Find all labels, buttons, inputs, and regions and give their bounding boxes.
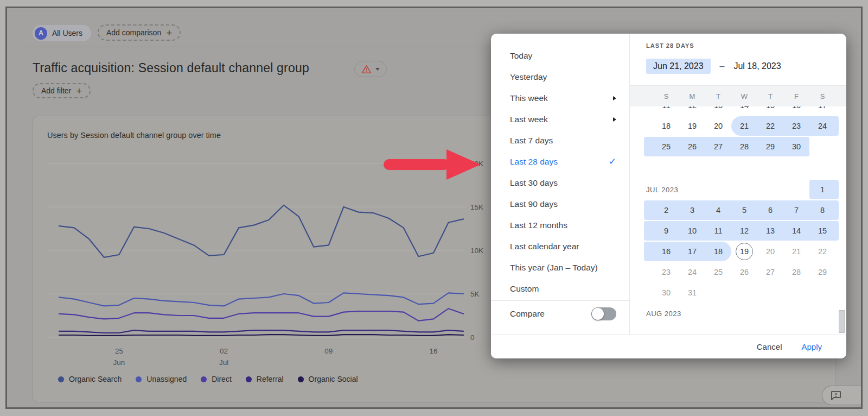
feedback-button[interactable] bbox=[822, 386, 861, 405]
audience-chip-all-users[interactable]: A All Users bbox=[33, 25, 91, 41]
legend-item: Direct bbox=[201, 375, 232, 383]
submenu-arrow-icon bbox=[613, 117, 616, 122]
calendar-day[interactable]: 24 bbox=[809, 116, 835, 136]
calendar-day[interactable]: 1 bbox=[809, 179, 835, 200]
chart-legend: Organic SearchUnassignedDirectReferralOr… bbox=[58, 375, 358, 383]
check-icon: ✓ bbox=[609, 156, 616, 167]
series-line-referral bbox=[59, 330, 463, 333]
calendar-day: 23 bbox=[653, 262, 679, 282]
apply-button[interactable]: Apply bbox=[801, 342, 822, 351]
cancel-button[interactable]: Cancel bbox=[757, 342, 782, 351]
calendar-day[interactable]: 4 bbox=[705, 200, 731, 220]
calendar-day[interactable]: 11 bbox=[653, 106, 679, 116]
calendar-day[interactable]: 13 bbox=[705, 106, 731, 116]
calendar-day[interactable]: 29 bbox=[757, 136, 783, 157]
menu-item-last-30-days[interactable]: Last 30 days bbox=[491, 172, 629, 193]
menu-item-label: Last 30 days bbox=[510, 178, 616, 188]
calendar-day[interactable]: 13 bbox=[757, 220, 783, 241]
clipped-week-row: 11121314151617 bbox=[630, 106, 846, 116]
end-date-input[interactable]: Jul 18, 2023 bbox=[733, 61, 781, 71]
compare-toggle[interactable] bbox=[591, 307, 616, 320]
calendar-day[interactable]: 18 bbox=[705, 241, 731, 262]
menu-item-label: Last 90 days bbox=[510, 199, 616, 209]
x-axis-label: 02 bbox=[220, 347, 228, 355]
calendar-day[interactable]: 16 bbox=[783, 106, 809, 116]
calendar-day[interactable]: 15 bbox=[757, 106, 783, 116]
annotation-arrow-icon bbox=[378, 147, 484, 181]
screenshot: A All Users Add comparison + Traffic acq… bbox=[0, 0, 868, 416]
calendar-day[interactable]: 27 bbox=[705, 136, 731, 157]
calendar-day[interactable]: 17 bbox=[679, 241, 705, 262]
today-ring: 19 bbox=[736, 243, 753, 260]
calendar-day[interactable]: 28 bbox=[731, 136, 757, 157]
calendar-day[interactable]: 8 bbox=[809, 200, 835, 220]
calendar-day[interactable]: 18 bbox=[653, 116, 679, 136]
calendar-day: 28 bbox=[783, 262, 809, 282]
menu-item-label: Custom bbox=[510, 284, 616, 294]
menu-item-yesterday[interactable]: Yesterday bbox=[491, 66, 629, 87]
data-quality-button[interactable] bbox=[354, 61, 387, 77]
menu-item-last-12-months[interactable]: Last 12 months bbox=[491, 215, 629, 236]
legend-label: Direct bbox=[212, 375, 232, 383]
menu-item-this-week[interactable]: This week bbox=[491, 87, 629, 109]
calendar-panel: LAST 28 DAYS Jun 21, 2023 – Jul 18, 2023… bbox=[630, 34, 846, 335]
month-label: AUG 2023 bbox=[646, 303, 681, 324]
add-comparison-button[interactable]: Add comparison + bbox=[98, 24, 181, 41]
calendar-day[interactable]: 30 bbox=[783, 136, 809, 157]
y-axis-label: 5K bbox=[470, 290, 480, 298]
menu-item-label: Today bbox=[510, 51, 616, 61]
calendar-day[interactable]: 3 bbox=[679, 200, 705, 220]
calendar-day: 31 bbox=[679, 282, 705, 303]
calendar-day[interactable]: 11 bbox=[705, 220, 731, 241]
menu-item-label: Last 28 days bbox=[510, 157, 609, 167]
menu-item-last-90-days[interactable]: Last 90 days bbox=[491, 193, 629, 215]
calendar-day[interactable]: 14 bbox=[731, 106, 757, 116]
submenu-arrow-icon bbox=[613, 96, 616, 100]
menu-item-label: This week bbox=[510, 93, 613, 103]
calendar-day[interactable]: 26 bbox=[679, 136, 705, 157]
calendar-day[interactable]: 19 bbox=[731, 241, 757, 262]
calendar-day[interactable]: 14 bbox=[783, 220, 809, 241]
weekday-label: T bbox=[757, 86, 783, 106]
menu-item-label: Last week bbox=[510, 115, 613, 124]
menu-item-today[interactable]: Today bbox=[491, 45, 629, 66]
calendar-day[interactable]: 2 bbox=[653, 200, 679, 220]
menu-item-label: Last 7 days bbox=[510, 136, 616, 146]
calendar-day[interactable]: 17 bbox=[809, 106, 835, 116]
plus-icon: + bbox=[166, 28, 172, 38]
calendar-day[interactable]: 6 bbox=[757, 200, 783, 220]
calendar-day[interactable]: 10 bbox=[679, 220, 705, 241]
calendar-day[interactable]: 21 bbox=[731, 116, 757, 136]
calendar-week-row: 16171819202122 bbox=[643, 241, 839, 262]
calendar-day[interactable]: 12 bbox=[679, 106, 705, 116]
calendar-day: 21 bbox=[783, 241, 809, 262]
menu-divider bbox=[491, 300, 629, 301]
calendar-day[interactable]: 20 bbox=[705, 116, 731, 136]
calendar-day[interactable]: 5 bbox=[731, 200, 757, 220]
calendar-day[interactable]: 22 bbox=[757, 116, 783, 136]
add-comparison-label: Add comparison bbox=[106, 28, 161, 37]
menu-item-custom[interactable]: Custom bbox=[491, 278, 629, 299]
menu-item-last-week[interactable]: Last week bbox=[491, 109, 629, 130]
calendar-day[interactable]: 16 bbox=[653, 241, 679, 262]
start-date-input[interactable]: Jun 21, 2023 bbox=[646, 59, 711, 74]
legend-label: Organic Social bbox=[309, 375, 358, 383]
calendar-day[interactable]: 25 bbox=[653, 136, 679, 157]
calendar-day[interactable]: 12 bbox=[731, 220, 757, 241]
calendar-day[interactable]: 19 bbox=[679, 116, 705, 136]
add-filter-button[interactable]: Add filter + bbox=[33, 83, 91, 98]
calendar-day: 26 bbox=[731, 262, 757, 282]
weekday-label: F bbox=[783, 86, 809, 106]
x-axis-label: 09 bbox=[324, 347, 333, 355]
calendar-week-row: 9101112131415 bbox=[643, 220, 839, 241]
calendar-day[interactable]: 15 bbox=[809, 220, 835, 241]
menu-item-last-calendar-year[interactable]: Last calendar year bbox=[491, 236, 629, 257]
calendar-day[interactable]: 9 bbox=[653, 220, 679, 241]
menu-item-this-year-jan-today-[interactable]: This year (Jan – Today) bbox=[491, 257, 629, 278]
menu-item-last-7-days[interactable]: Last 7 days bbox=[491, 130, 629, 151]
calendar-scrollbar[interactable] bbox=[839, 310, 845, 333]
menu-item-last-28-days[interactable]: Last 28 days✓ bbox=[491, 151, 629, 172]
calendar-day[interactable]: 7 bbox=[783, 200, 809, 220]
calendar-day[interactable]: 23 bbox=[783, 116, 809, 136]
y-axis-label: 15K bbox=[470, 203, 483, 211]
